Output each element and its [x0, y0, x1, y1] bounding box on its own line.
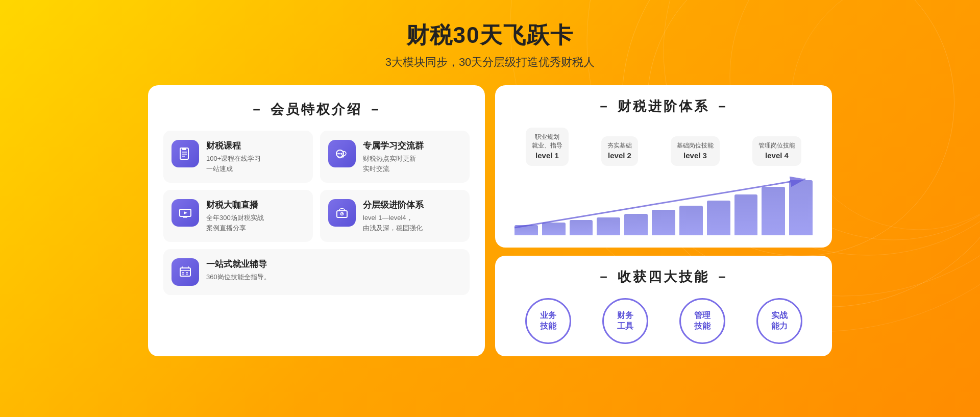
right-panels: － 财税进阶体系 － 职业规划就业、指导 level 1 夯实基础 level …	[495, 85, 832, 356]
page-wrapper: 财税30天飞跃卡 3大模块同步，30天分层级打造优秀财税人 － 会员特权介绍 －	[0, 0, 980, 417]
bar-5	[652, 210, 675, 235]
main-title: 财税30天飞跃卡	[385, 20, 595, 51]
skills-circles: 业务技能 财务工具 管理技能 实战能力	[509, 298, 818, 344]
bar-10	[789, 180, 813, 235]
level-num-4: level 4	[758, 150, 795, 161]
svg-rect-20	[180, 268, 190, 276]
feature-text-level: 分层级进阶体系 level 1—level4，由浅及深，稳固强化	[363, 199, 424, 233]
feature-name-group: 专属学习交流群	[363, 140, 424, 152]
feature-text-live: 财税大咖直播 全年300场财税实战案例直播分享	[206, 199, 264, 233]
svg-marker-15	[184, 211, 187, 214]
levels-row: 职业规划就业、指导 level 1 夯实基础 level 2 基础岗位技能 le…	[509, 128, 818, 166]
svg-point-12	[337, 153, 339, 155]
svg-line-19	[342, 213, 343, 214]
feature-name-course: 财税课程	[206, 140, 261, 152]
feature-item-group: 专属学习交流群 财税热点实时更新实时交流	[320, 131, 470, 183]
skill-circle-business: 业务技能	[525, 298, 571, 344]
feature-text-group: 专属学习交流群 财税热点实时更新实时交流	[363, 140, 424, 174]
bar-6	[679, 206, 703, 235]
level-label-4: 管理岗位技能	[758, 141, 795, 150]
feature-icon-group	[328, 140, 356, 167]
level-box-1: 职业规划就业、指导 level 1	[526, 128, 569, 166]
bar-4	[624, 214, 648, 235]
skill-circle-finance: 财务工具	[602, 298, 648, 344]
feature-grid: 财税课程 100+课程在线学习一站速成	[163, 131, 470, 242]
feature-text-career: 一站式就业辅导 360岗位技能全指导。	[206, 258, 271, 282]
bar-2	[570, 220, 593, 235]
bar-3	[597, 217, 620, 235]
level-num-2: level 2	[607, 150, 632, 161]
bar-1	[542, 223, 566, 235]
progress-panel: － 财税进阶体系 － 职业规划就业、指导 level 1 夯实基础 level …	[495, 85, 832, 248]
feature-desc-course: 100+课程在线学习一站速成	[206, 154, 261, 174]
svg-rect-17	[337, 211, 347, 217]
svg-rect-6	[182, 148, 186, 150]
bar-9	[762, 187, 785, 235]
bar-0	[514, 225, 538, 235]
level-num-3: level 3	[677, 150, 714, 161]
feature-desc-group: 财税热点实时更新实时交流	[363, 154, 424, 174]
header: 财税30天飞跃卡 3大模块同步，30天分层级打造优秀财税人	[385, 20, 595, 70]
sub-title: 3大模块同步，30天分层级打造优秀财税人	[385, 55, 595, 70]
svg-point-11	[339, 153, 341, 155]
bars-container	[509, 174, 818, 235]
level-box-4: 管理岗位技能 level 4	[752, 136, 801, 166]
feature-item-level: 分层级进阶体系 level 1—level4，由浅及深，稳固强化	[320, 190, 470, 242]
level-num-1: level 1	[532, 150, 562, 161]
feature-icon-live	[172, 199, 199, 227]
level-label-3: 基础岗位技能	[677, 141, 714, 150]
feature-desc-career: 360岗位技能全指导。	[206, 272, 271, 282]
main-content: － 会员特权介绍 － 财税课程	[148, 85, 832, 356]
progress-panel-title: － 财税进阶体系 －	[509, 97, 818, 115]
level-box-2: 夯实基础 level 2	[601, 136, 638, 166]
feature-icon-course	[172, 140, 199, 167]
skills-panel: － 收获四大技能 － 业务技能 财务工具 管理技能 实战能力	[495, 256, 832, 356]
level-box-3: 基础岗位技能 level 3	[671, 136, 720, 166]
skill-circle-management: 管理技能	[679, 298, 725, 344]
skills-panel-title: － 收获四大技能 －	[509, 268, 818, 286]
left-panel-title: － 会员特权介绍 －	[163, 101, 470, 118]
feature-icon-career	[172, 258, 199, 286]
skill-circle-practice: 实战能力	[756, 298, 802, 344]
feature-name-live: 财税大咖直播	[206, 199, 264, 211]
feature-item-live: 财税大咖直播 全年300场财税实战案例直播分享	[163, 190, 313, 242]
chart-area	[509, 174, 818, 235]
feature-name-career: 一站式就业辅导	[206, 258, 271, 270]
left-panel: － 会员特权介绍 － 财税课程	[148, 85, 485, 356]
feature-item-career: 一站式就业辅导 360岗位技能全指导。	[163, 249, 470, 295]
feature-icon-level	[328, 199, 356, 227]
feature-desc-level: level 1—level4，由浅及深，稳固强化	[363, 213, 424, 233]
feature-desc-live: 全年300场财税实战案例直播分享	[206, 213, 264, 233]
feature-name-level: 分层级进阶体系	[363, 199, 424, 211]
level-label-2: 夯实基础	[607, 141, 632, 150]
bar-7	[707, 201, 730, 235]
level-label-1: 职业规划就业、指导	[532, 133, 562, 150]
bar-8	[734, 194, 758, 235]
feature-item-course: 财税课程 100+课程在线学习一站速成	[163, 131, 313, 183]
feature-text-course: 财税课程 100+课程在线学习一站速成	[206, 140, 261, 174]
